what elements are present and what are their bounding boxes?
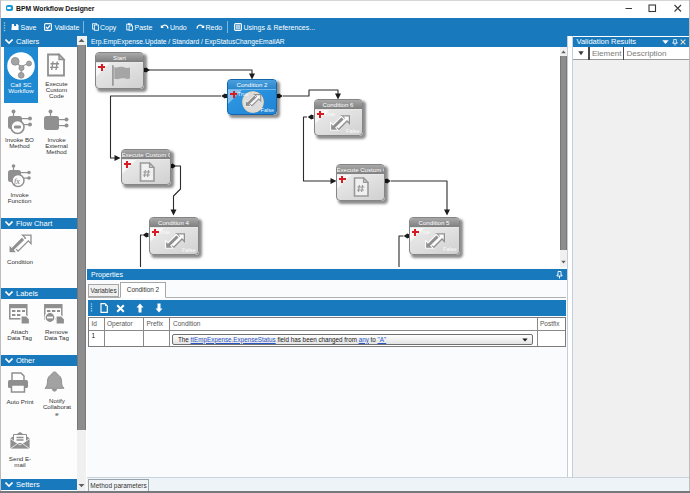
svg-text:fx: fx: [14, 177, 20, 186]
